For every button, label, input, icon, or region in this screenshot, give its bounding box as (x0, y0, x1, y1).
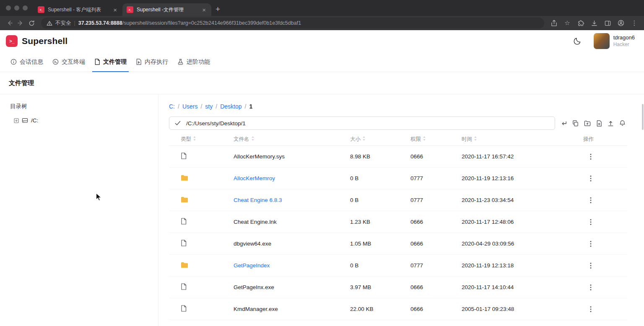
browser-tab-file-manager[interactable]: >_ Supershell -文件管理 × (122, 3, 211, 16)
file-type-cell (181, 305, 234, 313)
nav-tab-advanced[interactable]: 进阶功能 (173, 52, 215, 72)
window-close-button[interactable] (6, 5, 11, 10)
nav-tab-label: 内存执行 (145, 58, 168, 66)
copy-icon[interactable] (571, 118, 580, 128)
tab-close-icon[interactable]: × (112, 6, 118, 13)
row-menu-kebab-icon[interactable] (587, 239, 595, 248)
security-warning-icon (47, 21, 52, 26)
column-header[interactable]: 大小 (350, 136, 410, 143)
breadcrumb-link[interactable]: Desktop (220, 102, 242, 111)
file-icon (181, 305, 187, 312)
browser-menu-icon[interactable]: ⋮ (629, 18, 640, 28)
nav-tab-terminal[interactable]: 交互终端 (48, 52, 90, 72)
row-menu-kebab-icon[interactable] (587, 217, 595, 227)
breadcrumb-item: / Desktop (213, 102, 242, 111)
security-label: 不安全 (55, 20, 71, 27)
new-tab-button[interactable]: + (216, 5, 220, 13)
path-value: /C:/Users/sty/Desktop/1 (186, 120, 246, 127)
sort-carets-icon[interactable] (474, 136, 477, 142)
window-minimize-button[interactable] (14, 5, 19, 10)
folder-name-link[interactable]: GetPageIndex (234, 262, 270, 269)
breadcrumb-link[interactable]: 1 (249, 102, 252, 111)
expand-plus-icon[interactable] (14, 118, 19, 123)
bookmark-star-icon[interactable]: ☆ (562, 18, 573, 28)
folder-icon (181, 262, 188, 268)
sort-carets-icon[interactable] (251, 136, 254, 142)
column-header[interactable]: 文件名 (234, 136, 350, 143)
forward-icon[interactable] (15, 18, 26, 28)
nav-tab-file-manager[interactable]: 文件管理 (90, 52, 131, 72)
file-name-cell: AllocKerMemroy (234, 175, 350, 181)
file-row[interactable]: AllocKerMemory.sys 8.98 KB 0666 2020-11-… (169, 146, 627, 168)
profile-icon[interactable] (615, 18, 626, 28)
nav-tab-memory-exec[interactable]: 内存执行 (131, 52, 173, 72)
row-menu-kebab-icon[interactable] (587, 196, 595, 205)
new-file-icon[interactable] (594, 118, 604, 128)
file-name-text: GetPageInx.exe (234, 284, 274, 290)
file-row[interactable]: KmdManager.exe 22.00 KB 0666 2005-01-17 … (169, 298, 627, 320)
row-menu-kebab-icon[interactable] (587, 261, 595, 270)
file-name-cell: dbgview64.exe (234, 241, 350, 247)
upload-icon[interactable] (606, 118, 615, 128)
drive-icon (22, 117, 28, 124)
browser-tab-client-list[interactable]: >_ Supershell - 客户端列表 × (34, 3, 122, 16)
scrollbar-thumb[interactable] (642, 104, 644, 130)
dark-mode-moon-icon[interactable] (570, 34, 584, 48)
nav-tab-label: 文件管理 (103, 58, 127, 66)
row-menu-kebab-icon[interactable] (587, 305, 595, 314)
breadcrumb-link[interactable]: C: (169, 102, 175, 111)
file-row[interactable]: Cheat Engine.lnk 1.23 KB 0666 2020-11-17… (169, 211, 627, 233)
file-action-cell (583, 261, 627, 270)
confirm-check-icon[interactable] (175, 121, 181, 126)
sort-carets-icon[interactable] (362, 136, 366, 142)
column-header[interactable]: 权限 (410, 136, 462, 143)
file-row[interactable]: AllocKerMemroy 0 B 0777 2020-11-19 12:13… (169, 168, 627, 189)
breadcrumb-link[interactable]: sty (205, 102, 213, 111)
file-table: 类型 文件名 大小 (169, 133, 627, 320)
tab-title: Supershell - 客户端列表 (48, 6, 109, 13)
new-folder-icon[interactable] (582, 118, 592, 128)
path-input[interactable]: /C:/Users/sty/Desktop/1 (169, 116, 555, 130)
file-row[interactable]: GetPageInx.exe 3.97 MB 0666 2020-11-17 1… (169, 277, 627, 298)
row-menu-kebab-icon[interactable] (587, 152, 595, 161)
page-title: 文件管理 (9, 79, 34, 87)
download-icon[interactable] (589, 18, 600, 28)
breadcrumb-item: / Users (175, 102, 197, 111)
back-icon[interactable] (4, 18, 15, 28)
extensions-puzzle-icon[interactable] (575, 18, 586, 28)
column-header[interactable]: 操作 (583, 136, 627, 143)
column-header[interactable]: 时间 (462, 136, 583, 143)
folder-name-link[interactable]: AllocKerMemroy (234, 175, 275, 181)
row-menu-kebab-icon[interactable] (587, 283, 595, 292)
share-icon[interactable] (548, 18, 559, 28)
user-info: tdragon6 Hacker (613, 34, 635, 47)
address-bar[interactable]: 不安全 | 37.235.53.74:8888/supershell/sessi… (41, 18, 544, 28)
breadcrumb-item: / C: (169, 102, 175, 111)
file-row[interactable]: GetPageIndex 0 B 0777 2020-11-19 12:13:1… (169, 255, 627, 277)
column-header[interactable]: 类型 (181, 136, 234, 143)
folder-icon (181, 175, 188, 181)
file-perm-cell: 0666 (410, 219, 462, 225)
file-row[interactable]: Cheat Engine 6.8.3 0 B 0777 2020-11-23 0… (169, 189, 627, 211)
sort-carets-icon[interactable] (423, 136, 426, 142)
file-perm-cell: 0777 (410, 262, 462, 269)
file-row[interactable]: dbgview64.exe 1.05 MB 0666 2020-04-29 03… (169, 233, 627, 255)
bell-icon[interactable] (618, 118, 627, 128)
breadcrumb: / C: / Users / sty / Desktop (169, 102, 627, 111)
breadcrumb-link[interactable]: Users (182, 102, 198, 111)
nav-tab-session-info[interactable]: 会话信息 (6, 52, 48, 72)
user-avatar[interactable] (594, 33, 610, 49)
tab-close-icon[interactable]: × (201, 6, 207, 13)
file-type-cell (181, 262, 234, 269)
tree-item-c-drive[interactable]: /C: (10, 117, 148, 124)
row-menu-kebab-icon[interactable] (587, 174, 595, 183)
file-name-text: Cheat Engine.lnk (234, 219, 277, 225)
url-divider: | (74, 20, 75, 26)
window-zoom-button[interactable] (23, 5, 28, 10)
folder-name-link[interactable]: Cheat Engine 6.8.3 (234, 197, 282, 203)
enter-path-icon[interactable] (559, 118, 569, 128)
side-panel-icon[interactable] (602, 18, 613, 28)
refresh-icon[interactable] (26, 18, 37, 28)
sort-carets-icon[interactable] (193, 136, 196, 142)
file-table-body: AllocKerMemory.sys 8.98 KB 0666 2020-11-… (169, 146, 627, 320)
